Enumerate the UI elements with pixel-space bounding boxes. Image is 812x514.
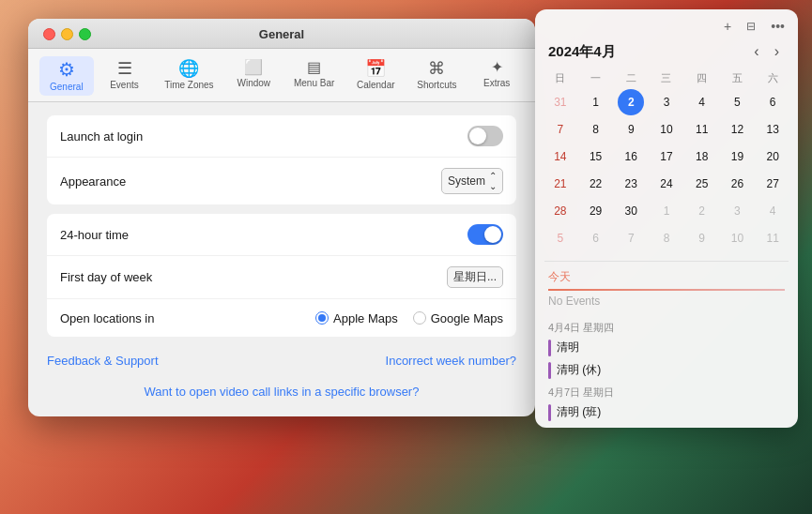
event-day-header-2: 4月7日 星期日 [535,382,798,401]
calendar-day[interactable]: 26 [724,171,750,197]
prev-month-button[interactable]: ‹ [748,41,764,62]
more-options-icon[interactable]: ••• [767,17,789,36]
apple-maps-radio[interactable] [315,311,329,325]
calendar-day[interactable]: 27 [759,171,786,197]
calendar-day[interactable]: 10 [724,225,750,251]
calendar-day[interactable]: 9 [618,116,644,143]
calendar-month-title: 2024年4月 [548,43,616,61]
calendar-day[interactable]: 16 [618,144,644,170]
tab-general[interactable]: ⚙ General [39,56,94,96]
24hour-time-toggle[interactable] [467,224,503,245]
list-icon: ☰ [117,60,132,77]
next-month-button[interactable]: › [769,41,785,62]
incorrect-week-link[interactable]: Incorrect week number? [386,354,516,368]
shortcuts-icon: ⌘ [428,60,445,77]
tab-timezones[interactable]: 🌐 Time Zones [155,56,222,96]
extras-icon: ✦ [491,60,503,75]
appearance-chevron-icon: ⌃⌄ [489,171,497,191]
tab-extras[interactable]: ✦ Extras [469,56,524,96]
no-events-label: No Events [535,293,798,313]
maximize-button[interactable] [79,28,91,40]
appearance-select[interactable]: System ⌃⌄ [441,168,503,194]
day-header-wed: 三 [649,69,684,87]
calendar-day[interactable]: 30 [618,198,644,224]
gear-icon: ⚙ [58,60,75,79]
calendar-day[interactable]: 13 [759,116,786,143]
video-call-link[interactable]: Want to open video call links in a speci… [145,385,420,399]
minimize-button[interactable] [61,28,73,40]
tab-menubar[interactable]: ▤ Menu Bar [284,56,344,96]
tab-calendar[interactable]: 📅 Calendar [347,56,405,96]
calendar-day[interactable]: 7 [618,225,644,251]
close-button[interactable] [43,28,55,40]
calendar-day[interactable]: 10 [653,116,680,143]
calendar-day[interactable]: 11 [689,116,715,143]
calendar-day[interactable]: 20 [759,144,786,170]
calendar-day[interactable]: 19 [724,144,750,170]
calendar-day[interactable]: 6 [759,89,786,115]
launch-at-login-toggle[interactable] [467,126,503,146]
calendar-day[interactable]: 8 [583,116,609,143]
24hour-time-row: 24-hour time [47,214,516,256]
calendar-day[interactable]: 14 [547,144,574,170]
calendar-day[interactable]: 22 [583,171,609,197]
calendar-days: 31 1 2 3 4 5 6 7 8 9 10 11 12 13 14 15 1… [543,89,790,251]
launch-at-login-row: Launch at login [47,115,516,158]
settings-group-1: Launch at login Appearance System ⌃⌄ [47,115,516,204]
general-settings-window: General ⚙ General ☰ Events 🌐 Time Zones … [28,19,535,416]
calendar-day[interactable]: 3 [724,198,750,224]
window-title: General [259,27,304,41]
event-item[interactable]: 清明 [535,337,798,359]
calendar-day[interactable]: 1 [583,89,609,115]
calendar-day[interactable]: 1 [653,198,680,224]
google-maps-radio[interactable] [413,311,426,325]
calendar-day-today[interactable]: 2 [618,89,644,115]
calendar-day[interactable]: 5 [547,225,574,251]
tab-window-label: Window [237,78,270,88]
calendar-day[interactable]: 24 [653,171,680,197]
calendar-day[interactable]: 4 [759,198,786,224]
calendar-top-bar: + ⊟ ••• [535,9,798,39]
calendar-day[interactable]: 4 [689,89,715,115]
event-item[interactable]: 清明 (休) [535,359,798,382]
day-header-mon: 一 [578,69,614,87]
calendar-panel: + ⊟ ••• 2024年4月 ‹ › 日 一 二 三 四 五 六 31 1 2… [535,9,798,428]
calendar-day[interactable]: 21 [547,171,574,197]
calendar-view-icon[interactable]: ⊟ [743,18,759,35]
menubar-icon: ▤ [307,60,321,75]
tab-shortcuts[interactable]: ⌘ Shortcuts [407,56,466,96]
window-icon: ⬜ [244,60,263,75]
title-bar: General [28,19,535,49]
calendar-day[interactable]: 9 [689,225,715,251]
google-maps-label: Google Maps [431,311,503,325]
today-label: 今天 [535,265,798,287]
calendar-day[interactable]: 31 [547,89,574,115]
calendar-day[interactable]: 7 [547,116,574,143]
calendar-day[interactable]: 29 [583,198,609,224]
first-day-select[interactable]: 星期日... [447,266,503,288]
tab-events[interactable]: ☰ Events [98,56,152,96]
calendar-day[interactable]: 11 [759,225,786,251]
tab-shortcuts-label: Shortcuts [417,80,456,90]
event-item[interactable]: 清明 (班) [535,401,798,424]
calendar-day[interactable]: 3 [653,89,680,115]
feedback-link[interactable]: Feedback & Support [47,354,159,368]
apple-maps-option[interactable]: Apple Maps [315,311,398,325]
event-dot-icon [548,340,551,356]
calendar-day[interactable]: 15 [583,144,609,170]
calendar-day[interactable]: 8 [653,225,680,251]
calendar-day[interactable]: 17 [653,144,680,170]
tab-window[interactable]: ⬜ Window [226,56,281,96]
calendar-day[interactable]: 2 [689,198,715,224]
add-event-icon[interactable]: + [720,17,735,36]
calendar-day[interactable]: 6 [583,225,609,251]
calendar-day[interactable]: 12 [724,116,750,143]
calendar-day[interactable]: 5 [724,89,750,115]
calendar-day[interactable]: 28 [547,198,574,224]
calendar-day[interactable]: 18 [689,144,715,170]
google-maps-option[interactable]: Google Maps [413,311,503,325]
calendar-day[interactable]: 25 [689,171,715,197]
calendar-day-headers: 日 一 二 三 四 五 六 [543,69,790,87]
calendar-day[interactable]: 23 [618,171,644,197]
event-dot-icon [548,362,551,379]
